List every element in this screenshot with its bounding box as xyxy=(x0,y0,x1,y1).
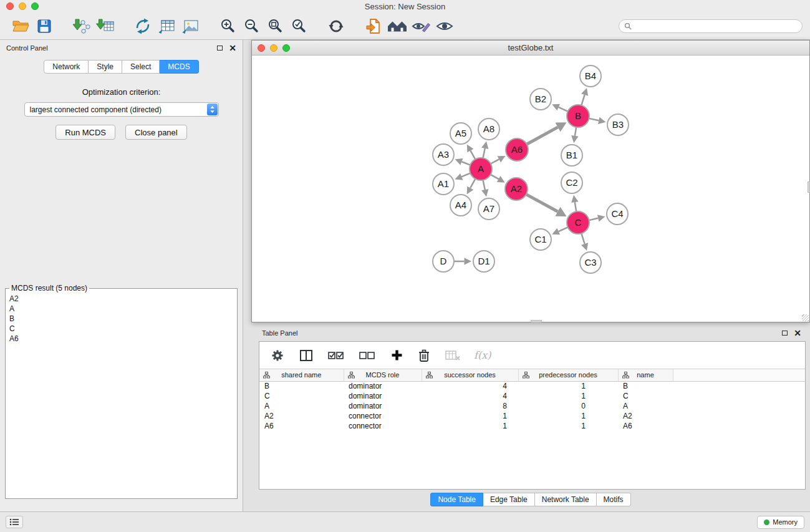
network-edge-A-A2[interactable] xyxy=(491,175,499,179)
network-edge-B-B1[interactable] xyxy=(575,127,576,136)
criterion-dropdown[interactable]: largest connected component (directed) xyxy=(24,102,219,117)
network-edge-C-C4[interactable] xyxy=(589,218,599,220)
float-panel-icon[interactable] xyxy=(217,46,223,51)
nw-close-button[interactable] xyxy=(258,44,265,52)
tab-select[interactable]: Select xyxy=(122,60,160,74)
select-all-button[interactable] xyxy=(327,344,345,367)
table-row[interactable]: A2 connector 1 1 A2 xyxy=(259,411,805,421)
tab-network[interactable]: Network xyxy=(44,60,89,74)
tab-style[interactable]: Style xyxy=(89,60,122,74)
network-node-C1[interactable]: C1 xyxy=(530,229,551,250)
zoom-out-button[interactable] xyxy=(239,15,263,37)
network-edge-B-B4[interactable] xyxy=(581,95,584,105)
network-node-C2[interactable]: C2 xyxy=(561,172,582,193)
show-panels-list-button[interactable] xyxy=(6,516,23,528)
import-network-button[interactable] xyxy=(70,15,94,37)
network-edge-B-B2[interactable] xyxy=(559,107,568,112)
table-row[interactable]: C dominator 4 1 C xyxy=(259,391,805,401)
minimize-window-button[interactable] xyxy=(19,2,26,10)
network-node-B3[interactable]: B3 xyxy=(607,114,629,135)
network-edge-B-B3[interactable] xyxy=(589,118,599,120)
import-table-button[interactable] xyxy=(94,15,117,37)
close-window-button[interactable] xyxy=(6,2,14,10)
network-node-B[interactable]: B xyxy=(567,105,589,127)
network-edge-C-C3[interactable] xyxy=(581,233,584,244)
network-node-A6[interactable]: A6 xyxy=(506,138,528,161)
export-document-button[interactable] xyxy=(362,15,385,37)
network-edge-C-C2[interactable] xyxy=(575,202,576,211)
close-panel-icon[interactable]: ✕ xyxy=(229,45,236,51)
network-node-A[interactable]: A xyxy=(470,158,492,180)
network-edge-A6-B[interactable] xyxy=(527,127,558,144)
network-node-C[interactable]: C xyxy=(567,211,589,234)
network-edge-A-A3[interactable] xyxy=(461,162,470,165)
network-node-A3[interactable]: A3 xyxy=(433,144,454,165)
network-node-B4[interactable]: B4 xyxy=(580,65,601,87)
pane-grip-vertical[interactable] xyxy=(808,181,810,193)
zoom-selected-button[interactable] xyxy=(287,15,311,37)
unselect-all-button[interactable] xyxy=(358,344,377,367)
network-edge-C-C1[interactable] xyxy=(559,227,568,231)
network-node-A8[interactable]: A8 xyxy=(478,118,499,140)
column-header-predecessor-nodes[interactable]: predecessor nodes xyxy=(518,369,618,381)
open-session-button[interactable] xyxy=(9,15,32,37)
window-resize-grip[interactable] xyxy=(802,314,809,321)
close-panel-button[interactable]: Close panel xyxy=(125,125,187,140)
network-window-titlebar[interactable]: testGlobe.txt xyxy=(252,41,809,56)
tab-node-table[interactable]: Node Table xyxy=(430,493,483,506)
network-edge-A2-C[interactable] xyxy=(526,195,558,212)
network-node-C3[interactable]: C3 xyxy=(580,252,601,273)
network-node-A1[interactable]: A1 xyxy=(433,173,454,195)
save-session-button[interactable] xyxy=(32,15,56,37)
run-mcds-button[interactable]: Run MCDS xyxy=(55,125,115,140)
zoom-in-button[interactable] xyxy=(216,15,239,37)
pane-grip-horizontal[interactable] xyxy=(531,320,542,322)
column-header-successor-nodes[interactable]: successor nodes xyxy=(422,369,518,381)
table-from-selection-button[interactable] xyxy=(155,15,178,37)
network-node-B1[interactable]: B1 xyxy=(561,145,582,166)
network-edge-A-A5[interactable] xyxy=(470,150,475,159)
hide-panels-button[interactable] xyxy=(409,15,433,37)
network-node-A4[interactable]: A4 xyxy=(450,195,471,216)
network-edge-A-A7[interactable] xyxy=(483,180,485,190)
network-overview-button[interactable] xyxy=(385,15,409,37)
column-header-name[interactable]: name xyxy=(618,369,673,381)
close-table-panel-icon[interactable]: ✕ xyxy=(794,330,801,336)
column-header-shared-name[interactable]: shared name xyxy=(259,369,344,381)
tab-network-table[interactable]: Network Table xyxy=(535,493,597,506)
refresh-layout-button[interactable] xyxy=(324,15,348,37)
nw-minimize-button[interactable] xyxy=(270,44,277,52)
add-column-button[interactable] xyxy=(389,344,404,367)
tab-mcds[interactable]: MCDS xyxy=(160,60,198,74)
zoom-fit-button[interactable] xyxy=(263,15,287,37)
table-row[interactable]: A dominator 8 0 A xyxy=(259,401,805,411)
column-header-mcds-role[interactable]: MCDS role xyxy=(344,369,422,381)
table-settings-button[interactable] xyxy=(269,344,286,367)
network-edge-A-A6[interactable] xyxy=(491,159,499,163)
network-edge-A-A4[interactable] xyxy=(470,179,475,188)
show-graphics-details-button[interactable] xyxy=(433,15,456,37)
float-table-panel-icon[interactable] xyxy=(782,331,788,336)
network-node-A2[interactable]: A2 xyxy=(505,178,528,200)
network-node-A5[interactable]: A5 xyxy=(450,123,471,144)
table-row[interactable]: A6 connector 1 1 A6 xyxy=(259,421,805,431)
network-node-D[interactable]: D xyxy=(433,251,454,272)
nw-zoom-button[interactable] xyxy=(282,44,290,52)
network-edge-A-A8[interactable] xyxy=(483,148,485,158)
show-columns-button[interactable] xyxy=(298,344,314,367)
zoom-window-button[interactable] xyxy=(31,2,39,10)
network-node-A7[interactable]: A7 xyxy=(478,198,499,220)
network-edge-A-A1[interactable] xyxy=(461,173,470,177)
export-image-button[interactable] xyxy=(178,15,202,37)
network-from-selection-button[interactable] xyxy=(131,15,155,37)
table-row[interactable]: B dominator 4 1 B xyxy=(259,381,805,391)
tab-edge-table[interactable]: Edge Table xyxy=(483,493,535,506)
tab-motifs[interactable]: Motifs xyxy=(597,493,631,506)
memory-button[interactable]: Memory xyxy=(757,516,804,529)
network-canvas[interactable]: A5A8A6A3AA1A2A4A7B4B2BB3B1C2C4CC1C3DD1 xyxy=(252,56,809,322)
network-node-C4[interactable]: C4 xyxy=(607,203,628,225)
network-node-B2[interactable]: B2 xyxy=(530,89,551,110)
delete-column-button[interactable] xyxy=(417,344,432,367)
search-input[interactable] xyxy=(635,22,797,31)
network-canvas-area[interactable]: A5A8A6A3AA1A2A4A7B4B2BB3B1C2C4CC1C3DD1 xyxy=(252,56,809,322)
